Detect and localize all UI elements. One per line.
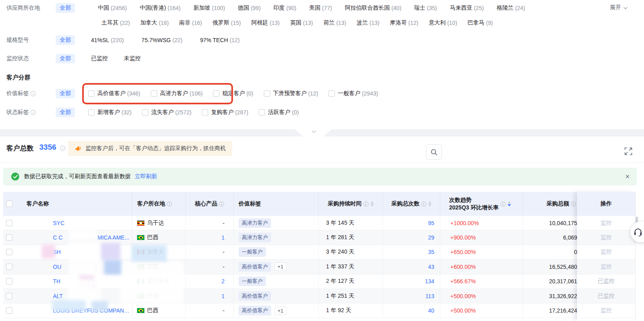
- col-header-value-tag[interactable]: 价值标签: [233, 192, 318, 216]
- purchase-count-link[interactable]: 43: [383, 260, 440, 274]
- close-icon[interactable]: ×: [625, 172, 630, 181]
- tag-filter-option[interactable]: 高潜力客户(106): [151, 90, 203, 97]
- customer-name-link[interactable]: TH: [53, 278, 61, 284]
- filter-option[interactable]: 已监控: [91, 55, 108, 62]
- monitor-button[interactable]: 监控: [601, 234, 612, 241]
- col-header-name[interactable]: 客户名称: [18, 192, 132, 216]
- filter-option[interactable]: 未监控: [124, 55, 141, 62]
- filter-all-chip[interactable]: 全部: [56, 108, 75, 117]
- tag-filter-option[interactable]: 高价值客户(346): [88, 90, 140, 97]
- select-all-checkbox[interactable]: [6, 201, 12, 207]
- checkbox[interactable]: [142, 109, 148, 116]
- sort-icon[interactable]: [428, 201, 431, 206]
- info-icon[interactable]: [363, 201, 369, 207]
- purchase-count-link[interactable]: 35: [383, 245, 440, 259]
- tag-filter-option[interactable]: 稳定客户(0): [213, 90, 253, 97]
- row-checkbox[interactable]: [6, 264, 12, 270]
- customer-name-link[interactable]: LOUIS DREYFUS COMPANY BRASIL...: [53, 307, 132, 314]
- info-icon[interactable]: [219, 201, 224, 207]
- table-scrollbar-track[interactable]: [635, 192, 638, 321]
- checkbox[interactable]: [202, 109, 208, 116]
- core-products-link[interactable]: 2: [185, 274, 233, 288]
- filter-option[interactable]: 阿拉伯联合酋长国(40): [345, 4, 401, 12]
- filter-all-chip[interactable]: 全部: [56, 54, 75, 63]
- row-checkbox[interactable]: [6, 307, 12, 314]
- customer-name-link[interactable]: A: [94, 264, 97, 270]
- filter-option[interactable]: 巴拿马(9): [468, 19, 493, 26]
- col-header-duration[interactable]: 采购持续时间: [318, 192, 383, 216]
- expand-filters-button[interactable]: 展开: [610, 4, 626, 11]
- customer-name-link[interactable]: C C: [53, 234, 63, 241]
- checkbox[interactable]: [328, 90, 335, 97]
- checkbox[interactable]: [151, 90, 157, 97]
- col-header-trend[interactable]: 次数趋势2025Q3 环比增长率: [440, 192, 522, 216]
- tag-filter-option[interactable]: 新增客户(32): [88, 109, 132, 116]
- monitor-button[interactable]: 监控: [601, 219, 612, 227]
- filter-option[interactable]: 南非(16): [179, 19, 202, 26]
- purchase-count-link[interactable]: 113: [383, 289, 440, 303]
- filter-option[interactable]: 75.7%WSG(22): [142, 37, 182, 43]
- filter-option[interactable]: 97% TECH(12): [200, 37, 240, 43]
- info-icon[interactable]: [167, 201, 172, 207]
- core-products-link[interactable]: 1: [185, 289, 233, 303]
- col-header-core[interactable]: 核心产品: [185, 192, 233, 216]
- filter-option[interactable]: 德国(99): [238, 4, 261, 12]
- checkbox[interactable]: [88, 109, 95, 116]
- purchase-count-link[interactable]: 40: [383, 303, 440, 317]
- tag-filter-option[interactable]: 流失客户(2572): [142, 109, 191, 116]
- filter-option[interactable]: 意大利(10): [429, 19, 457, 26]
- checkbox[interactable]: [264, 90, 270, 97]
- filter-option[interactable]: 印度(90): [273, 4, 296, 12]
- customer-name-link[interactable]: MICA AME...: [97, 234, 129, 241]
- filter-option[interactable]: 阿根廷(13): [251, 19, 280, 26]
- filter-option[interactable]: 美国(77): [309, 4, 332, 12]
- filter-option[interactable]: 土耳其(22): [101, 19, 130, 26]
- info-icon[interactable]: [500, 201, 506, 207]
- col-header-amount[interactable]: 采购总额: [522, 192, 582, 216]
- filter-option[interactable]: 荷兰(13): [323, 19, 346, 26]
- monitor-button[interactable]: 监控: [601, 263, 612, 270]
- monitor-button[interactable]: 监控: [601, 307, 612, 314]
- purchase-count-link[interactable]: 134: [383, 274, 440, 288]
- more-tags-chip[interactable]: +1: [274, 307, 287, 315]
- core-products-link[interactable]: 1: [185, 230, 233, 244]
- tag-filter-option[interactable]: 下滑预警客户(12): [264, 90, 318, 97]
- filter-option[interactable]: 马来西亚(25): [450, 4, 484, 12]
- tag-filter-option[interactable]: 一般客户(2943): [328, 90, 378, 97]
- sort-icon[interactable]: [371, 201, 374, 206]
- filter-option[interactable]: 波兰(13): [356, 19, 379, 26]
- customer-name-link[interactable]: ALT: [53, 293, 63, 299]
- row-checkbox[interactable]: [6, 293, 12, 299]
- info-icon[interactable]: [60, 146, 65, 151]
- purchase-count-link[interactable]: 29: [383, 230, 440, 244]
- filter-option[interactable]: 格陵兰(24): [497, 4, 525, 12]
- customer-name-link[interactable]: OU: [53, 264, 61, 270]
- info-icon[interactable]: [30, 91, 36, 96]
- tag-filter-option[interactable]: 复购客户(287): [202, 109, 248, 116]
- filter-all-chip[interactable]: 全部: [56, 3, 75, 13]
- filter-option[interactable]: 英国(13): [290, 19, 313, 26]
- row-checkbox[interactable]: [6, 249, 12, 255]
- filter-option[interactable]: 中国(香港)(164): [140, 4, 180, 12]
- filter-option[interactable]: 瑞士(35): [414, 4, 437, 12]
- customer-name-link[interactable]: SYC: [53, 220, 65, 226]
- col-header-count[interactable]: 采购总次数: [383, 192, 440, 216]
- refresh-now-link[interactable]: 立即刷新: [135, 173, 157, 180]
- more-tags-chip[interactable]: +1: [274, 262, 287, 271]
- row-checkbox[interactable]: [6, 278, 12, 284]
- search-button[interactable]: [426, 144, 442, 160]
- info-icon[interactable]: [30, 110, 36, 115]
- monitor-button[interactable]: 监控: [601, 248, 612, 256]
- purchase-count-link[interactable]: 95: [383, 216, 440, 230]
- collapse-filters-tab[interactable]: [295, 129, 332, 136]
- filter-option[interactable]: 41%SL(220): [91, 37, 124, 43]
- info-icon[interactable]: [421, 201, 426, 207]
- filter-option[interactable]: 新加坡(100): [193, 4, 225, 12]
- info-icon[interactable]: [571, 201, 576, 207]
- checkbox[interactable]: [259, 109, 265, 116]
- sort-icon-active[interactable]: [508, 201, 511, 206]
- filter-option[interactable]: 摩洛哥(12): [390, 19, 418, 26]
- tag-filter-option[interactable]: 活跃客户(0): [259, 109, 299, 116]
- filter-all-chip[interactable]: 全部: [56, 35, 75, 45]
- row-checkbox[interactable]: [6, 220, 12, 226]
